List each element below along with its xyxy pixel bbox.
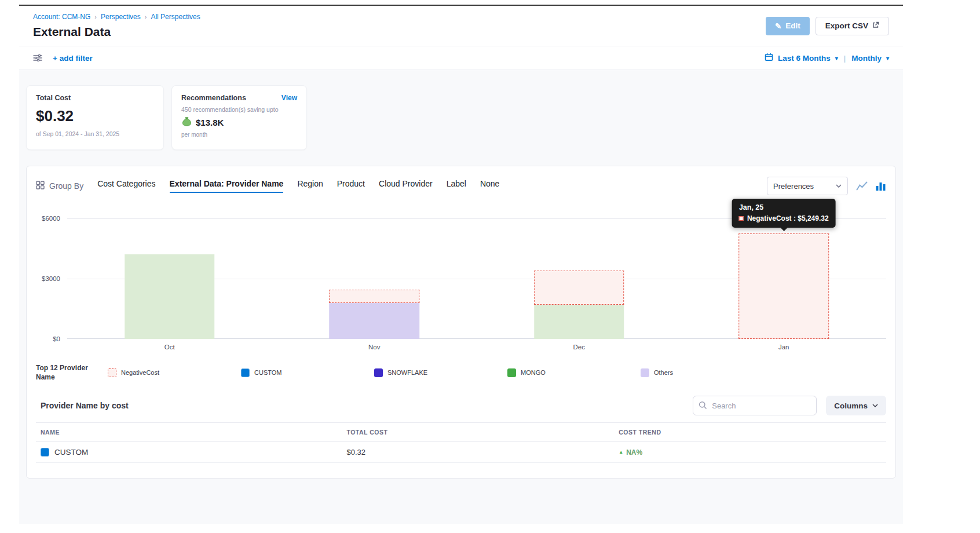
y-tick-0: $0 bbox=[53, 335, 60, 342]
search-icon bbox=[699, 401, 707, 412]
legend-item-negativecost[interactable]: NegativeCost bbox=[108, 368, 241, 377]
chart-legend: Top 12 Provider Name NegativeCost CUSTOM… bbox=[36, 363, 886, 382]
table-header-row: NAME TOTAL COST COST TREND bbox=[36, 422, 886, 442]
view-recommendations-link[interactable]: View bbox=[281, 94, 297, 102]
table-row[interactable]: CUSTOM $0.32 ▲ NA% bbox=[36, 442, 886, 463]
breadcrumb-separator-icon: › bbox=[94, 13, 97, 20]
bar-group-oct[interactable] bbox=[125, 254, 215, 339]
page-title: External Data bbox=[33, 25, 200, 39]
tooltip-date: Jan, 25 bbox=[739, 203, 829, 211]
group-by-label-wrap: Group By bbox=[36, 181, 83, 191]
row-cost-trend: NA% bbox=[626, 448, 642, 457]
bar-chart-toggle-icon[interactable] bbox=[876, 181, 886, 191]
tab-cost-categories[interactable]: Cost Categories bbox=[97, 179, 155, 193]
tab-label[interactable]: Label bbox=[447, 179, 466, 193]
filter-settings-icon[interactable] bbox=[33, 54, 42, 62]
savings-amount: $13.8K bbox=[196, 118, 224, 127]
bar-group-jan[interactable] bbox=[738, 233, 829, 339]
bar-segment-mongo-oct[interactable] bbox=[125, 254, 215, 339]
breadcrumb-all-perspectives[interactable]: All Perspectives bbox=[151, 13, 200, 21]
table-toolbar: Provider Name by cost Columns bbox=[36, 396, 886, 415]
bar-segment-others-nov[interactable] bbox=[329, 303, 419, 339]
custom-swatch-icon bbox=[41, 448, 49, 457]
bar-segment-negativecost-dec[interactable] bbox=[534, 271, 624, 305]
perspective-panel: Group By Cost Categories External Data: … bbox=[26, 166, 896, 479]
header-actions: ✎ Edit Export CSV bbox=[766, 17, 889, 35]
money-bag-icon bbox=[181, 116, 192, 129]
column-header-total-cost[interactable]: TOTAL COST bbox=[342, 423, 614, 441]
app-window: Account: CCM-NG › Perspectives › All Per… bbox=[19, 5, 903, 533]
recommendations-description: 450 recommendation(s) saving upto bbox=[181, 106, 297, 113]
export-csv-button[interactable]: Export CSV bbox=[816, 17, 889, 35]
bar-group-nov[interactable] bbox=[329, 290, 419, 339]
breadcrumb: Account: CCM-NG › Perspectives › All Per… bbox=[33, 13, 200, 21]
legend-label: Others bbox=[654, 369, 673, 376]
legend-item-mongo[interactable]: MONGO bbox=[507, 368, 641, 377]
export-csv-label: Export CSV bbox=[825, 21, 868, 30]
tab-none[interactable]: None bbox=[480, 179, 499, 193]
tab-external-data-provider-name[interactable]: External Data: Provider Name bbox=[170, 179, 284, 193]
filter-bar: + add filter Last 6 Months ▾ | Monthly ▾ bbox=[19, 46, 903, 70]
page-body: Total Cost $0.32 of Sep 01, 2024 - Jan 3… bbox=[19, 70, 903, 524]
bar-group-dec[interactable] bbox=[534, 271, 624, 339]
column-header-cost-trend[interactable]: COST TREND bbox=[614, 423, 886, 441]
row-name: CUSTOM bbox=[54, 448, 88, 457]
chart-tooltip: Jan, 25 NegativeCost : $5,249.32 bbox=[732, 199, 836, 228]
bar-segment-negativecost-jan[interactable] bbox=[738, 233, 829, 339]
preferences-dropdown[interactable]: Preferences bbox=[767, 177, 848, 195]
legend-label: SNOWFLAKE bbox=[387, 369, 427, 376]
negativecost-swatch-icon bbox=[108, 368, 116, 377]
group-by-label: Group By bbox=[49, 181, 83, 191]
others-swatch-icon bbox=[641, 368, 649, 377]
x-axis-label: Jan bbox=[778, 344, 789, 351]
tab-cloud-provider[interactable]: Cloud Provider bbox=[379, 179, 433, 193]
x-axis-label: Dec bbox=[573, 344, 585, 351]
tooltip-series-value: NegativeCost : $5,249.32 bbox=[747, 214, 829, 222]
legend-label: NegativeCost bbox=[121, 369, 159, 376]
line-chart-toggle-icon[interactable] bbox=[856, 181, 868, 191]
tooltip-series-swatch bbox=[739, 216, 744, 221]
filter-bar-right: Last 6 Months ▾ | Monthly ▾ bbox=[765, 53, 889, 63]
breadcrumb-account[interactable]: Account: CCM-NG bbox=[33, 13, 90, 21]
legend-item-custom[interactable]: CUSTOM bbox=[241, 368, 374, 377]
legend-label: CUSTOM bbox=[254, 369, 281, 376]
total-cost-card: Total Cost $0.32 of Sep 01, 2024 - Jan 3… bbox=[26, 85, 164, 150]
calendar-icon bbox=[765, 53, 773, 63]
bar-segment-negativecost-nov[interactable] bbox=[329, 290, 419, 303]
external-link-icon bbox=[872, 21, 879, 30]
breadcrumb-perspectives[interactable]: Perspectives bbox=[101, 13, 141, 21]
y-tick-6000: $6000 bbox=[42, 215, 60, 222]
bar-segment-mongo-dec[interactable] bbox=[534, 305, 624, 339]
y-axis: $6000 $3000 $0 bbox=[36, 218, 67, 339]
add-filter-button[interactable]: + add filter bbox=[53, 54, 93, 63]
legend-item-snowflake[interactable]: SNOWFLAKE bbox=[374, 368, 507, 377]
tab-region[interactable]: Region bbox=[297, 179, 323, 193]
breadcrumb-separator-icon: › bbox=[145, 13, 147, 20]
chart-plot: Jan, 25 NegativeCost : $5,249.32 OctNovD… bbox=[67, 218, 886, 339]
recommendations-card: Recommendations View 450 recommendation(… bbox=[171, 85, 307, 150]
y-tick-3000: $3000 bbox=[42, 275, 60, 282]
x-axis-label: Nov bbox=[368, 344, 380, 351]
page-header: Account: CCM-NG › Perspectives › All Per… bbox=[19, 6, 903, 46]
legend-item-others[interactable]: Others bbox=[641, 368, 774, 377]
custom-swatch-icon bbox=[241, 368, 250, 377]
chevron-down-icon[interactable]: ▾ bbox=[886, 55, 889, 61]
group-by-tabs: Cost Categories External Data: Provider … bbox=[97, 179, 499, 193]
snowflake-swatch-icon bbox=[374, 368, 383, 377]
x-axis-label: Oct bbox=[164, 344, 175, 351]
edit-button[interactable]: ✎ Edit bbox=[766, 17, 810, 35]
search-input[interactable] bbox=[693, 396, 817, 415]
header-left: Account: CCM-NG › Perspectives › All Per… bbox=[33, 13, 200, 39]
chart-controls: Preferences bbox=[767, 177, 886, 195]
tab-product[interactable]: Product bbox=[337, 179, 365, 193]
granularity-selector[interactable]: Monthly bbox=[851, 54, 882, 63]
total-cost-label: Total Cost bbox=[36, 94, 154, 102]
chevron-down-icon[interactable]: ▾ bbox=[835, 55, 838, 61]
columns-button[interactable]: Columns bbox=[826, 396, 886, 415]
group-by-icon bbox=[36, 181, 45, 191]
column-header-name[interactable]: NAME bbox=[36, 423, 342, 441]
group-by-row: Group By Cost Categories External Data: … bbox=[36, 177, 886, 195]
pencil-icon: ✎ bbox=[775, 21, 781, 31]
date-range-selector[interactable]: Last 6 Months bbox=[778, 54, 831, 63]
preferences-label: Preferences bbox=[773, 182, 814, 191]
